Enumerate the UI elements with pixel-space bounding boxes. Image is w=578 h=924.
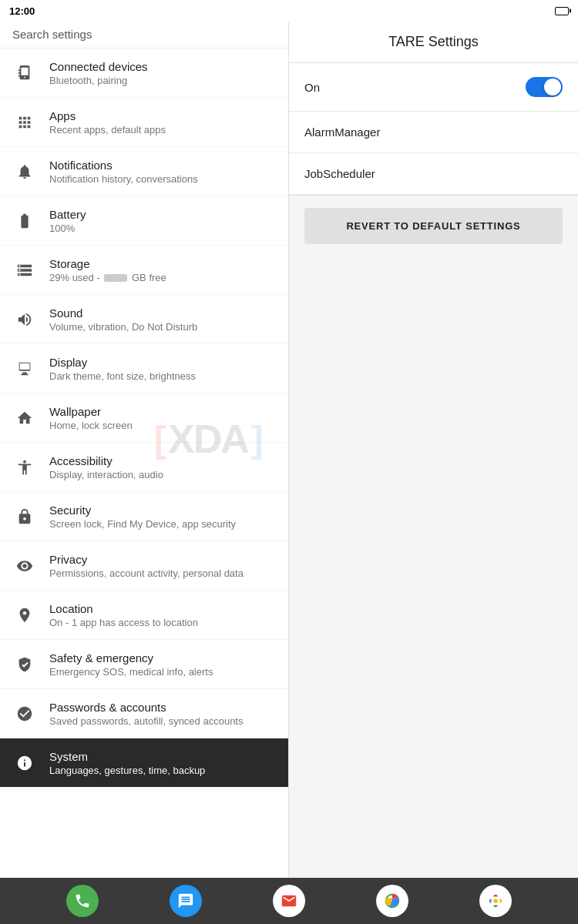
apps-subtitle: Recent apps, default apps [49,124,276,136]
storage-icon [12,258,37,283]
status-bar: 12:00 [0,0,578,22]
tare-alarm-row: AlarmManager [289,112,578,153]
sidebar-item-wallpaper[interactable]: Wallpaper Home, lock screen [0,393,288,443]
sidebar-item-sound[interactable]: Sound Volume, vibration, Do Not Disturb [0,295,288,344]
sidebar-item-system[interactable]: System Languages, gestures, time, backup [0,738,288,788]
sidebar-item-display[interactable]: Display Dark theme, font size, brightnes… [0,344,288,393]
tare-header: TARE Settings [289,22,578,63]
location-subtitle: On - 1 app has access to location [49,617,276,628]
tare-alarm-label: AlarmManager [304,126,380,139]
sidebar-item-storage[interactable]: Storage 29% used - GB free [0,246,288,295]
accessibility-icon [12,455,37,480]
sidebar-item-passwords[interactable]: Passwords & accounts Saved passwords, au… [0,689,288,738]
battery-icon [12,209,37,233]
tare-panel: TARE Settings On AlarmManager JobSchedul… [289,22,578,878]
accessibility-subtitle: Display, interaction, audio [49,469,276,480]
nav-bar [0,878,578,924]
safety-icon [12,652,37,677]
revert-to-default-button[interactable]: REVERT TO DEFAULT SETTINGS [304,208,563,244]
settings-sidebar: Search settings Connected devices Blueto… [0,22,289,878]
sidebar-item-accessibility[interactable]: Accessibility Display, interaction, audi… [0,443,288,492]
tare-on-row: On [289,63,578,112]
system-icon [12,751,37,775]
sound-title: Sound [49,306,276,320]
system-title: System [49,750,276,763]
notifications-icon [12,159,37,184]
security-icon [12,504,37,529]
safety-text: Safety & emergency Emergency SOS, medica… [49,651,276,678]
sidebar-item-safety[interactable]: Safety & emergency Emergency SOS, medica… [0,640,288,689]
battery-title: Battery [49,208,276,221]
safety-title: Safety & emergency [49,651,276,665]
safety-subtitle: Emergency SOS, medical info, alerts [49,666,276,678]
apps-text: Apps Recent apps, default apps [49,109,276,136]
main-layout: Search settings Connected devices Blueto… [0,22,578,878]
sidebar-item-notifications[interactable]: Notifications Notification history, conv… [0,147,288,196]
location-text: Location On - 1 app has access to locati… [49,602,276,628]
tare-job-row: JobScheduler [289,153,578,195]
wallpaper-text: Wallpaper Home, lock screen [49,405,276,431]
accessibility-text: Accessibility Display, interaction, audi… [49,454,276,480]
wallpaper-subtitle: Home, lock screen [49,420,276,431]
security-subtitle: Screen lock, Find My Device, app securit… [49,518,276,530]
tare-on-label: On [304,81,320,94]
passwords-title: Passwords & accounts [49,701,276,714]
sound-text: Sound Volume, vibration, Do Not Disturb [49,306,276,333]
sound-subtitle: Volume, vibration, Do Not Disturb [49,321,276,333]
sidebar-item-privacy[interactable]: Privacy Permissions, account activity, p… [0,541,288,591]
privacy-text: Privacy Permissions, account activity, p… [49,553,276,579]
nav-chrome-button[interactable] [376,885,408,917]
battery-text: Battery 100% [49,208,276,234]
display-subtitle: Dark theme, font size, brightness [49,370,276,382]
wallpaper-title: Wallpaper [49,405,276,418]
status-icons [555,7,569,15]
apps-icon [12,110,37,135]
system-subtitle: Languages, gestures, time, backup [49,765,276,776]
security-text: Security Screen lock, Find My Device, ap… [49,504,276,530]
security-title: Security [49,504,276,517]
display-icon [12,357,37,381]
nav-messages-button[interactable] [170,885,202,917]
sidebar-item-connected-devices[interactable]: Connected devices Bluetooth, pairing [0,49,288,98]
nav-photos-button[interactable] [479,885,512,917]
battery-status-icon [555,7,569,15]
storage-text: Storage 29% used - GB free [49,257,276,283]
nav-gmail-button[interactable] [273,885,305,917]
system-text: System Languages, gestures, time, backup [49,750,276,776]
storage-subtitle: 29% used - GB free [49,272,276,283]
tare-job-label: JobScheduler [304,167,375,180]
connected-devices-text: Connected devices Bluetooth, pairing [49,60,276,86]
sidebar-item-battery[interactable]: Battery 100% [0,196,288,246]
wallpaper-icon [12,406,37,430]
search-header-label: Search settings [12,28,92,41]
apps-title: Apps [49,109,276,122]
privacy-icon [12,554,37,578]
privacy-subtitle: Permissions, account activity, personal … [49,567,276,579]
sound-icon [12,307,37,332]
sidebar-item-location[interactable]: Location On - 1 app has access to locati… [0,591,288,640]
sidebar-item-security[interactable]: Security Screen lock, Find My Device, ap… [0,492,288,541]
search-header: Search settings [0,22,288,49]
passwords-text: Passwords & accounts Saved passwords, au… [49,701,276,727]
passwords-icon [12,701,37,726]
sidebar-item-apps[interactable]: Apps Recent apps, default apps [0,98,288,147]
tare-on-toggle[interactable] [526,77,563,97]
passwords-subtitle: Saved passwords, autofill, synced accoun… [49,715,276,727]
status-time: 12:00 [9,5,35,17]
battery-subtitle: 100% [49,223,276,234]
display-text: Display Dark theme, font size, brightnes… [49,356,276,382]
devices-icon [12,61,37,85]
location-title: Location [49,602,276,615]
notifications-title: Notifications [49,159,276,172]
location-icon [12,603,37,628]
accessibility-title: Accessibility [49,454,276,467]
nav-phone-button[interactable] [66,885,99,917]
storage-title: Storage [49,257,276,270]
notifications-text: Notifications Notification history, conv… [49,159,276,185]
privacy-title: Privacy [49,553,276,566]
tare-content: On AlarmManager JobScheduler [289,63,578,195]
display-title: Display [49,356,276,369]
notifications-subtitle: Notification history, conversations [49,173,276,185]
connected-devices-subtitle: Bluetooth, pairing [49,75,276,86]
tare-title: TARE Settings [388,34,479,49]
